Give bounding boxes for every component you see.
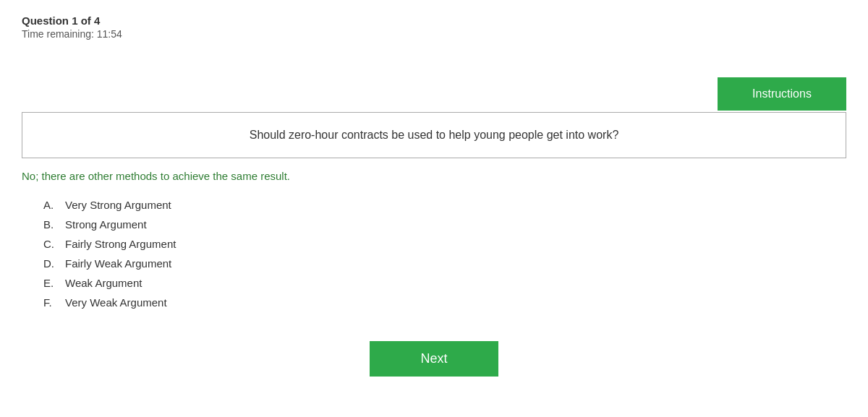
instructions-button[interactable]: Instructions [718, 77, 846, 111]
list-item[interactable]: F.Very Weak Argument [43, 293, 846, 312]
instructions-btn-container: Instructions [718, 77, 846, 111]
time-remaining: Time remaining: 11:54 [22, 28, 846, 40]
option-letter: A. [43, 199, 58, 211]
option-letter: C. [43, 238, 58, 250]
statement-text: No; there are other methods to achieve t… [22, 170, 846, 182]
option-label-text: Weak Argument [65, 277, 142, 289]
next-button[interactable]: Next [370, 341, 498, 377]
question-text: Should zero-hour contracts be used to he… [250, 129, 619, 141]
option-label-text: Fairly Weak Argument [65, 257, 171, 270]
list-item[interactable]: D.Fairly Weak Argument [43, 254, 846, 273]
next-btn-container: Next [0, 341, 868, 377]
question-counter: Question 1 of 4 [22, 14, 846, 27]
list-item[interactable]: E.Weak Argument [43, 273, 846, 293]
top-bar: Question 1 of 4 Time remaining: 11:54 [0, 0, 868, 47]
option-label-text: Fairly Strong Argument [65, 238, 176, 250]
option-label-text: Very Strong Argument [65, 199, 171, 211]
list-item[interactable]: A.Very Strong Argument [43, 195, 846, 215]
option-letter: F. [43, 296, 58, 309]
option-letter: E. [43, 277, 58, 289]
option-letter: B. [43, 218, 58, 231]
list-item[interactable]: C.Fairly Strong Argument [43, 234, 846, 254]
question-box: Should zero-hour contracts be used to he… [22, 112, 846, 158]
options-list: A.Very Strong ArgumentB.Strong ArgumentC… [43, 195, 846, 312]
list-item[interactable]: B.Strong Argument [43, 215, 846, 234]
option-label-text: Very Weak Argument [65, 296, 167, 309]
option-letter: D. [43, 257, 58, 270]
option-label-text: Strong Argument [65, 218, 147, 231]
